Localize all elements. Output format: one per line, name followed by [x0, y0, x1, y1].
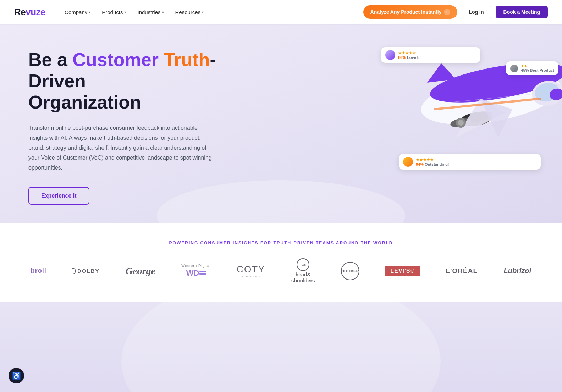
nav-resources[interactable]: Resources ▾ [170, 6, 209, 18]
chevron-down-icon: ▾ [124, 10, 126, 14]
chevron-down-icon: ▾ [162, 10, 164, 14]
hero-content: Be a Customer Truth-Driven Organization … [28, 49, 241, 204]
dolby-text: DOLBY [77, 268, 100, 274]
nav-company-label: Company [65, 9, 87, 15]
accessibility-button[interactable]: ♿ [9, 368, 24, 383]
review-bubble-3: ★★ 45% Best Product [506, 61, 558, 75]
dolby-d-icon [72, 268, 76, 274]
review-1-label: 86% Love It! [398, 55, 421, 60]
bottom-section [0, 302, 562, 392]
hero-description: Transform online post-purchase consumer … [28, 123, 213, 173]
chevron-down-icon: ▾ [89, 10, 90, 14]
review-2-label: 94% Outstanding! [416, 162, 449, 166]
logos-row: broil DOLBY George Western Digital WD [21, 258, 541, 284]
review-3-stars: ★★ [521, 64, 554, 68]
accessibility-icon: ♿ [12, 371, 21, 380]
chevron-down-icon: ▾ [202, 10, 204, 14]
review-3-label: 45% Best Product [521, 68, 554, 72]
review-1-content: ★★★★☆ 86% Love It! [398, 51, 421, 60]
logos-title: POWERING CONSUMER INSIGHTS FOR TRUTH-DRI… [21, 241, 541, 245]
logo-re: Re [14, 7, 26, 17]
nav-company[interactable]: Company ▾ [60, 6, 95, 18]
loreal-logo: L'ORÉAL [446, 267, 478, 275]
experience-button[interactable]: Experience It [28, 187, 89, 205]
logos-section: POWERING CONSUMER INSIGHTS FOR TRUTH-DRI… [0, 223, 562, 302]
review-bubble-1: ★★★★☆ 86% Love It! [381, 47, 480, 63]
book-meeting-button[interactable]: Book a Meeting [496, 6, 548, 18]
hero-title-truth: Truth [164, 49, 210, 70]
review-3-content: ★★ 45% Best Product [521, 64, 554, 72]
plus-icon: + [444, 9, 450, 15]
analyze-button[interactable]: Analyze Any Product Instantly + [363, 5, 457, 19]
hero-title-space [159, 49, 164, 70]
analyze-button-label: Analyze Any Product Instantly [370, 9, 442, 15]
lubrizol-logo: Lubrizol [503, 267, 531, 275]
navigation: Revuze Company ▾ Products ▾ Industries ▾… [0, 0, 562, 24]
western-digital-logo: Western Digital WD [181, 264, 211, 278]
george-logo: George [126, 265, 155, 277]
avatar-2 [403, 157, 413, 167]
hero-title-customer: Customer [72, 49, 159, 70]
hero-title-part1: Be a [28, 49, 72, 70]
review-2-content: ★★★★★ 94% Outstanding! [416, 158, 449, 166]
nav-products[interactable]: Products ▾ [97, 6, 131, 18]
nav-industries-label: Industries [137, 9, 160, 15]
nav-links: Company ▾ Products ▾ Industries ▾ Resour… [60, 6, 363, 18]
nav-industries[interactable]: Industries ▾ [132, 6, 169, 18]
review-1-stars: ★★★★☆ [398, 51, 421, 55]
head-shoulders-logo: h&s head&shoulders [291, 258, 315, 284]
login-button[interactable]: Log In [462, 6, 491, 18]
broil-logo: broil [31, 267, 46, 275]
nav-products-label: Products [102, 9, 123, 15]
hero-title: Be a Customer Truth-Driven Organization [28, 49, 241, 113]
nav-resources-label: Resources [175, 9, 201, 15]
nav-actions: Analyze Any Product Instantly + Log In B… [363, 5, 548, 19]
review-2-stars: ★★★★★ [416, 158, 449, 162]
hoover-logo: HOOVER [341, 262, 359, 280]
avatar-1 [385, 50, 395, 60]
hero-section: Be a Customer Truth-Driven Organization … [0, 24, 562, 223]
coty-logo: COTY SINCE 1904 [237, 264, 265, 278]
review-bubble-2: ★★★★★ 94% Outstanding! [399, 154, 541, 170]
hero-title-line2: Organization [28, 92, 141, 112]
dolby-logo: DOLBY [72, 268, 100, 274]
levis-logo: LEVI'S® [385, 266, 420, 276]
logo[interactable]: Revuze [14, 7, 45, 18]
hero-image: ★★★★☆ 86% Love It! ★★★★★ 94% Outstanding… [378, 28, 562, 198]
logo-vuze: vuze [26, 7, 45, 17]
avatar-3 [510, 65, 518, 72]
